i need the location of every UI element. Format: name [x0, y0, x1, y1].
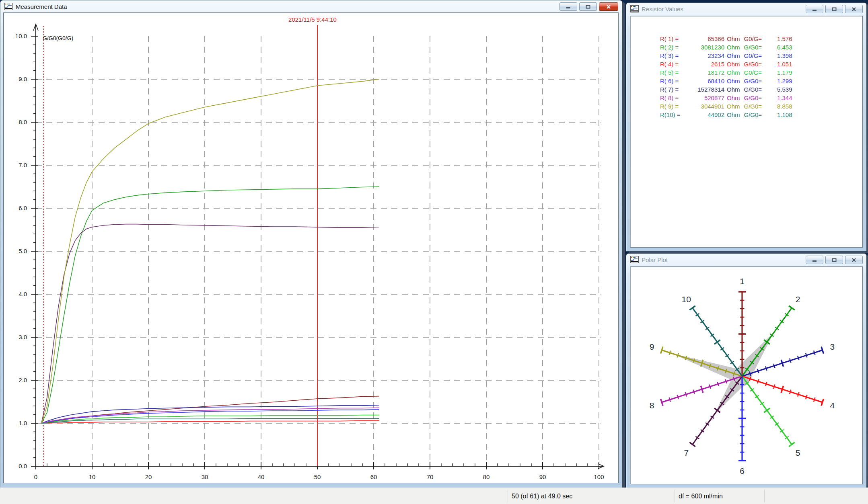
resistance-unit: Ohm [727, 111, 740, 119]
resistance-unit: Ohm [727, 43, 740, 51]
resistance-unit: Ohm [727, 51, 740, 60]
titlebar-polar-plot[interactable]: Polar Plot [626, 254, 866, 266]
radar-axis-label: 1 [740, 277, 745, 286]
close-icon [852, 7, 856, 12]
series-R2 [41, 187, 379, 424]
svg-text:9.0: 9.0 [19, 76, 27, 82]
radar-axis-label: 8 [650, 401, 654, 410]
resistor-row: R( 8) =520877OhmG/G0=1.344 [660, 94, 862, 102]
status-divider [764, 490, 765, 502]
resistance-value: 68410 [687, 77, 724, 85]
close-icon [606, 4, 611, 9]
resistance-value: 15278314 [687, 85, 724, 94]
resistor-row: R( 3) =23234OhmG0/G=1.398 [660, 51, 862, 60]
resistor-list: R( 1) =65366OhmG0/G=1.576R( 2) =3081230O… [630, 16, 862, 119]
maximize-button[interactable] [825, 256, 843, 264]
resistor-row: R( 4) =2615OhmG/G0=1.051 [660, 60, 862, 68]
line-chart[interactable]: 01020304050607080901000.01.02.03.04.05.0… [4, 13, 619, 484]
svg-text:90: 90 [539, 473, 546, 480]
radar-axis-label: 7 [684, 448, 689, 457]
resistance-unit: Ohm [727, 102, 740, 111]
ratio-label: G/G0= [744, 94, 767, 102]
resistor-label: R( 7) = [660, 85, 687, 94]
status-divider [675, 490, 675, 502]
ratio-value: 1.108 [767, 111, 792, 119]
svg-text:70: 70 [427, 473, 434, 480]
window-title: Measurement Data [16, 3, 67, 10]
maximize-icon [832, 258, 837, 262]
minimize-button[interactable] [806, 5, 823, 13]
resistor-label: R( 2) = [660, 43, 687, 51]
close-button[interactable] [599, 2, 618, 11]
svg-text:5.0: 5.0 [19, 248, 27, 254]
resistor-label: R( 1) = [660, 35, 687, 43]
resistor-values-panel: R( 1) =65366OhmG0/G=1.576R( 2) =3081230O… [630, 16, 863, 248]
svg-text:30: 30 [202, 473, 208, 480]
radar-axis-label: 5 [796, 448, 800, 457]
desktop: Measurement Data 01020304050607080901000… [0, 0, 868, 504]
window-polar-plot: Polar Plot 12345678910 [626, 253, 867, 489]
svg-text:10.0: 10.0 [15, 33, 27, 39]
svg-text:7.0: 7.0 [19, 162, 27, 168]
svg-text:4.0: 4.0 [19, 291, 27, 297]
svg-text:10: 10 [89, 473, 96, 480]
radar-axis-label: 3 [830, 342, 835, 351]
ratio-value: 6.453 [767, 43, 792, 51]
status-bar: 50 (of 61) at 49.0 sec df = 600 ml/min [0, 488, 868, 504]
ratio-label: G0/G= [744, 51, 767, 60]
titlebar-resistor-values[interactable]: Resistor Values [626, 3, 866, 15]
minimize-icon [812, 7, 817, 11]
window-resistor-values: Resistor Values R( 1) =65366OhmG0/G=1.57… [626, 2, 867, 252]
status-flow-info: df = 600 ml/min [679, 488, 723, 504]
resistor-row: R( 1) =65366OhmG0/G=1.576 [660, 35, 862, 43]
minimize-icon [812, 258, 817, 262]
radar-axis-label: 2 [796, 295, 800, 304]
resistance-value: 44902 [687, 111, 724, 119]
ratio-value: 1.576 [767, 35, 792, 43]
close-button[interactable] [845, 5, 863, 13]
svg-text:100: 100 [594, 473, 604, 480]
resistance-value: 520877 [687, 94, 724, 102]
maximize-icon [586, 5, 590, 9]
minimize-button[interactable] [559, 2, 577, 11]
resistance-unit: Ohm [727, 85, 740, 94]
measurement-app-icon [630, 256, 639, 263]
minimize-button[interactable] [806, 256, 823, 264]
svg-text:0: 0 [34, 473, 37, 480]
ratio-value: 1.051 [767, 60, 792, 68]
svg-text:20: 20 [145, 473, 152, 480]
maximize-button[interactable] [579, 2, 597, 11]
svg-text:8.0: 8.0 [19, 119, 27, 125]
resistor-label: R( 4) = [660, 60, 687, 68]
resistance-value: 18172 [687, 68, 724, 77]
close-icon [852, 258, 856, 262]
close-button[interactable] [845, 256, 863, 264]
resistance-value: 65366 [687, 35, 724, 43]
resistor-label: R( 8) = [660, 94, 687, 102]
svg-text:6.0: 6.0 [19, 205, 27, 211]
ratio-label: G/G0= [744, 43, 767, 51]
resistance-unit: Ohm [727, 35, 740, 43]
svg-text:G/G0(G0/G): G/G0(G0/G) [43, 35, 73, 41]
resistor-label: R( 3) = [660, 51, 687, 60]
resistor-label: R(10) = [660, 111, 687, 119]
resistance-value: 2615 [687, 60, 724, 68]
titlebar-measurement-data[interactable]: Measurement Data [0, 0, 622, 12]
svg-text:0.0: 0.0 [19, 463, 27, 469]
resistance-unit: Ohm [727, 60, 740, 68]
resistor-label: R( 9) = [660, 102, 687, 111]
ratio-value: 1.398 [767, 51, 792, 60]
ratio-value: 1.179 [767, 68, 792, 77]
maximize-button[interactable] [825, 5, 843, 13]
radar-axis-label: 10 [682, 295, 691, 304]
svg-text:3.0: 3.0 [19, 334, 27, 340]
resistance-value: 23234 [687, 51, 724, 60]
status-cursor-info: 50 (of 61) at 49.0 sec [512, 488, 572, 504]
resistance-unit: Ohm [727, 94, 740, 102]
svg-text:1.0: 1.0 [19, 420, 27, 426]
ratio-value: 1.344 [767, 94, 792, 102]
ratio-value: 5.539 [767, 85, 792, 94]
ratio-label: G/G0= [744, 111, 767, 119]
radar-axis-label: 6 [740, 466, 745, 475]
resistor-label: R( 6) = [660, 77, 687, 85]
